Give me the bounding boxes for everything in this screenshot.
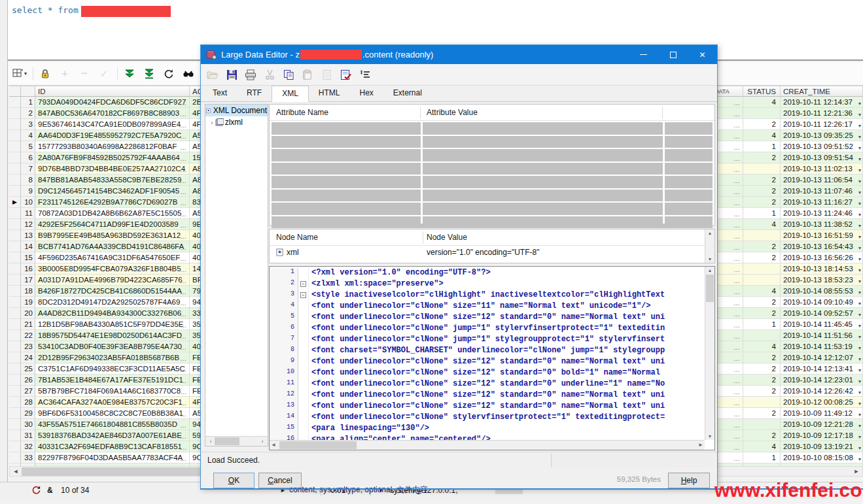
scrollbar-thumb[interactable] — [706, 275, 714, 302]
cell-expand-button[interactable]: … — [733, 131, 741, 141]
cell-id[interactable]: 43F55A5751E74661804881C855B8035D… — [35, 419, 190, 430]
dropdown-icon[interactable]: ▾ — [858, 164, 861, 174]
cell-expand-button[interactable]: … — [180, 198, 187, 208]
scroll-up-icon[interactable]: ▲ — [705, 231, 714, 235]
cell-status[interactable]: 2 — [743, 408, 781, 419]
cell-status[interactable] — [743, 263, 781, 275]
cell-status[interactable] — [743, 108, 781, 119]
cell-expand-button[interactable]: … — [733, 454, 741, 463]
cell-expand-button[interactable]: … — [733, 298, 741, 308]
cell-status[interactable]: 2 — [743, 363, 781, 375]
cell-creat-time[interactable]: 2019-10-13 16:56:26▾ — [781, 252, 863, 263]
cell-status[interactable]: 4 — [743, 97, 781, 108]
source-line[interactable]: 4<font underlinecolor="clNone" size="11"… — [270, 301, 705, 312]
row-selector[interactable] — [9, 141, 21, 152]
source-line[interactable]: 1<?xml version="1.0" encoding="UTF-8"?> — [270, 268, 705, 279]
source-line[interactable]: 16<para align="center" name="centered"/> — [270, 435, 705, 440]
dropdown-icon[interactable]: ▾ — [858, 364, 861, 374]
cell-status[interactable]: 1 — [743, 141, 781, 152]
scroll-left-icon[interactable]: ◄ — [10, 467, 21, 476]
cell-id[interactable]: 4292E5F2564C4711AD99F1E4D2003589… — [35, 219, 190, 230]
cell-status[interactable]: 4 — [743, 341, 781, 352]
dropdown-icon[interactable]: ▾ — [858, 397, 861, 407]
cell-creat-time[interactable]: 2019-10-14 12:12:07▾ — [781, 352, 863, 363]
cell-status[interactable] — [743, 275, 781, 286]
grid-mode-icon[interactable]: ▾ — [12, 66, 27, 82]
dropdown-icon[interactable]: ▾ — [858, 386, 861, 396]
cell-status[interactable]: 4 — [743, 286, 781, 297]
cell-status[interactable]: 2 — [743, 241, 781, 252]
cell-id[interactable]: 82297F8796F04D3DAA5B5AA7783ACF4A… — [35, 452, 190, 463]
source-line[interactable]: 14<font underlinecolor="clNone" stylervf… — [270, 412, 705, 424]
row-selector[interactable] — [9, 108, 21, 119]
row-selector[interactable] — [9, 419, 21, 430]
row-selector[interactable] — [9, 219, 21, 230]
post-changes-icon[interactable]: ✓ — [96, 66, 112, 82]
cell-expand-button[interactable]: … — [180, 209, 187, 219]
cell-creat-time[interactable]: 2019-10-09 13:19:21▾ — [781, 441, 863, 452]
cell-expand-button[interactable]: … — [180, 254, 187, 263]
row-selector[interactable] — [9, 386, 21, 397]
row-selector[interactable] — [9, 375, 21, 386]
dropdown-icon[interactable]: ▾ — [858, 186, 861, 196]
cell-expand-button[interactable]: … — [733, 176, 741, 186]
fold-marker-icon[interactable]: − — [298, 279, 309, 290]
cell-id[interactable]: F2311745126E4292B9A7786C7D69027B… — [35, 197, 190, 208]
cell-expand-button[interactable]: … — [180, 176, 187, 186]
row-selector[interactable] — [9, 130, 21, 141]
cell-expand-button[interactable]: … — [733, 443, 741, 452]
cell-expand-button[interactable]: … — [733, 376, 741, 386]
cell-expand-button[interactable]: … — [180, 354, 187, 363]
cell-creat-time[interactable]: 2019-10-09 11:49:12▾ — [781, 408, 863, 419]
cell-creat-time[interactable]: 2019-10-13 16:54:43▾ — [781, 241, 863, 252]
cell-expand-button[interactable]: … — [180, 187, 187, 197]
dropdown-icon[interactable]: ▾ — [858, 442, 861, 452]
cell-expand-button[interactable]: … — [733, 398, 741, 408]
cell-expand-button[interactable]: … — [180, 143, 187, 152]
scrollbar-thumb[interactable] — [279, 441, 357, 449]
cell-id[interactable]: 9D76B4BBD73D4BB4BE0E257AA27102C4… — [35, 163, 190, 175]
cell-status[interactable]: 2 — [743, 297, 781, 308]
row-selector[interactable] — [9, 430, 21, 441]
cell-id[interactable]: B9B7995EE49B485A963BD592E3631A12… — [35, 230, 190, 241]
cell-status[interactable]: 2 — [743, 430, 781, 441]
cell-creat-time[interactable]: 2019-10-13 11:16:27▾ — [781, 197, 863, 208]
dropdown-icon[interactable]: ▾ — [858, 275, 861, 285]
cell-id[interactable]: 8DC2D312D49147D2A2925025787F4A69… — [35, 297, 190, 308]
auto-refresh-icon[interactable] — [31, 485, 41, 497]
cell-expand-button[interactable]: … — [733, 420, 741, 430]
cell-status[interactable]: 2 — [743, 308, 781, 319]
cell-creat-time[interactable]: 2019-10-11 12:14:37▾ — [781, 97, 863, 108]
dropdown-icon[interactable]: ▾ — [858, 297, 861, 307]
cell-creat-time[interactable]: 2019-10-14 11:51:56▾ — [781, 330, 863, 341]
column-header-status[interactable]: STATUS — [743, 86, 781, 97]
row-selector[interactable] — [9, 208, 21, 219]
row-selector[interactable] — [9, 252, 21, 263]
cell-status[interactable]: 2 — [743, 375, 781, 386]
save-icon[interactable] — [225, 68, 238, 81]
dropdown-icon[interactable]: ▾ — [858, 342, 861, 352]
cell-id[interactable]: 53918376BAD342AE846D37A007E61ABE… — [35, 430, 190, 441]
scroll-right-icon[interactable]: ► — [698, 442, 703, 448]
source-vscrollbar[interactable]: ▲ ▼ — [705, 267, 714, 440]
cell-status[interactable]: 2 — [743, 252, 781, 263]
cell-id[interactable]: 7B1AB53E1B484E67A17AFE37E5191DC1… — [35, 375, 190, 386]
cell-creat-time[interactable]: 2019-10-14 12:13:41▾ — [781, 363, 863, 375]
tree-item-xml-document[interactable]: XML Document — [205, 105, 268, 116]
tab-text[interactable]: Text — [203, 86, 237, 101]
cell-expand-button[interactable]: … — [180, 343, 187, 352]
help-button[interactable]: Help — [668, 473, 710, 488]
cell-expand-button[interactable]: … — [733, 198, 741, 208]
scrollbar-thumb[interactable] — [215, 437, 239, 445]
cell-creat-time[interactable]: 2019-10-14 09:10:49▾ — [781, 297, 863, 308]
cell-expand-button[interactable]: … — [180, 331, 187, 341]
cell-expand-button[interactable]: … — [180, 154, 187, 163]
scroll-down-icon[interactable]: ▼ — [705, 257, 714, 261]
cell-id[interactable]: 40331C3A2F694EDFA8B9C13CAF818551… — [35, 441, 190, 452]
cell-expand-button[interactable]: … — [733, 231, 741, 241]
dropdown-icon[interactable]: ▾ — [858, 131, 861, 141]
cell-expand-button[interactable]: … — [733, 98, 741, 108]
dropdown-icon[interactable]: ▾ — [858, 253, 861, 263]
source-line[interactable]: 7<font underlinecolor="clNone" jump="1" … — [270, 335, 705, 346]
dropdown-icon[interactable]: ▾ — [858, 142, 861, 152]
